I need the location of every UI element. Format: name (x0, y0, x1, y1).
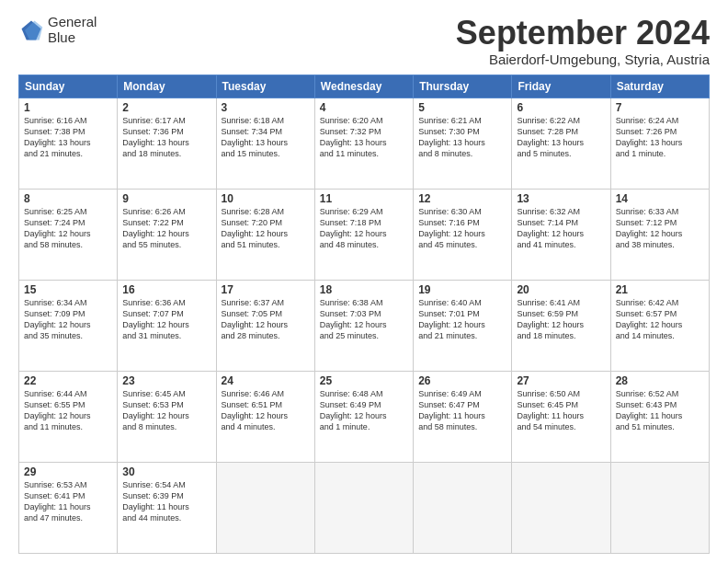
day-number: 8 (24, 192, 112, 205)
day-cell: 8Sunrise: 6:25 AMSunset: 7:24 PMDaylight… (19, 189, 118, 280)
day-cell: 3Sunrise: 6:18 AMSunset: 7:34 PMDaylight… (216, 98, 314, 189)
day-info: Sunrise: 6:53 AMSunset: 6:41 PMDaylight:… (24, 479, 112, 524)
day-number: 21 (616, 283, 704, 296)
day-number: 20 (517, 283, 605, 296)
day-info: Sunrise: 6:33 AMSunset: 7:12 PMDaylight:… (616, 206, 704, 251)
day-cell: 13Sunrise: 6:32 AMSunset: 7:14 PMDayligh… (512, 189, 610, 280)
week-row-3: 15Sunrise: 6:34 AMSunset: 7:09 PMDayligh… (19, 280, 710, 371)
weekday-monday: Monday (118, 75, 216, 98)
day-cell: 15Sunrise: 6:34 AMSunset: 7:09 PMDayligh… (19, 280, 118, 371)
day-info: Sunrise: 6:20 AMSunset: 7:32 PMDaylight:… (320, 115, 408, 160)
day-info: Sunrise: 6:45 AMSunset: 6:53 PMDaylight:… (122, 388, 210, 433)
weekday-tuesday: Tuesday (216, 75, 314, 98)
day-cell: 4Sunrise: 6:20 AMSunset: 7:32 PMDaylight… (314, 98, 413, 189)
day-info: Sunrise: 6:30 AMSunset: 7:16 PMDaylight:… (418, 206, 506, 251)
day-cell: 28Sunrise: 6:52 AMSunset: 6:43 PMDayligh… (610, 371, 709, 462)
day-cell: 2Sunrise: 6:17 AMSunset: 7:36 PMDaylight… (118, 98, 216, 189)
weekday-friday: Friday (512, 75, 610, 98)
logo-line1: General (48, 15, 97, 30)
day-info: Sunrise: 6:38 AMSunset: 7:03 PMDaylight:… (320, 297, 408, 342)
day-info: Sunrise: 6:29 AMSunset: 7:18 PMDaylight:… (320, 206, 408, 251)
week-row-4: 22Sunrise: 6:44 AMSunset: 6:55 PMDayligh… (19, 371, 710, 462)
header: General Blue September 2024 Baierdorf-Um… (18, 15, 710, 67)
day-cell (414, 462, 512, 553)
month-title: September 2024 (456, 15, 710, 52)
logo-line2: Blue (48, 30, 97, 46)
day-number: 16 (122, 283, 210, 296)
calendar-table: SundayMondayTuesdayWednesdayThursdayFrid… (18, 75, 710, 554)
day-info: Sunrise: 6:40 AMSunset: 7:01 PMDaylight:… (418, 297, 506, 342)
day-cell: 24Sunrise: 6:46 AMSunset: 6:51 PMDayligh… (216, 371, 314, 462)
day-number: 10 (222, 192, 310, 205)
logo-icon (18, 17, 44, 43)
day-cell: 1Sunrise: 6:16 AMSunset: 7:38 PMDaylight… (19, 98, 118, 189)
day-info: Sunrise: 6:32 AMSunset: 7:14 PMDaylight:… (517, 206, 605, 251)
day-number: 22 (24, 374, 112, 387)
day-cell: 10Sunrise: 6:28 AMSunset: 7:20 PMDayligh… (216, 189, 314, 280)
day-cell: 30Sunrise: 6:54 AMSunset: 6:39 PMDayligh… (118, 462, 216, 553)
day-number: 3 (222, 101, 310, 114)
day-info: Sunrise: 6:44 AMSunset: 6:55 PMDaylight:… (24, 388, 112, 433)
day-cell: 14Sunrise: 6:33 AMSunset: 7:12 PMDayligh… (610, 189, 709, 280)
day-number: 13 (517, 192, 605, 205)
day-cell: 5Sunrise: 6:21 AMSunset: 7:30 PMDaylight… (414, 98, 512, 189)
day-cell: 18Sunrise: 6:38 AMSunset: 7:03 PMDayligh… (314, 280, 413, 371)
day-cell: 11Sunrise: 6:29 AMSunset: 7:18 PMDayligh… (314, 189, 413, 280)
weekday-saturday: Saturday (610, 75, 709, 98)
week-row-2: 8Sunrise: 6:25 AMSunset: 7:24 PMDaylight… (19, 189, 710, 280)
title-block: September 2024 Baierdorf-Umgebung, Styri… (456, 15, 710, 67)
day-number: 14 (616, 192, 704, 205)
day-cell (610, 462, 709, 553)
day-info: Sunrise: 6:22 AMSunset: 7:28 PMDaylight:… (517, 115, 605, 160)
day-info: Sunrise: 6:25 AMSunset: 7:24 PMDaylight:… (24, 206, 112, 251)
day-info: Sunrise: 6:17 AMSunset: 7:36 PMDaylight:… (122, 115, 210, 160)
day-cell (314, 462, 413, 553)
day-number: 11 (320, 192, 408, 205)
day-info: Sunrise: 6:46 AMSunset: 6:51 PMDaylight:… (222, 388, 310, 433)
day-cell: 20Sunrise: 6:41 AMSunset: 6:59 PMDayligh… (512, 280, 610, 371)
day-number: 5 (418, 101, 506, 114)
day-info: Sunrise: 6:18 AMSunset: 7:34 PMDaylight:… (222, 115, 310, 160)
day-cell (512, 462, 610, 553)
day-number: 6 (517, 101, 605, 114)
day-info: Sunrise: 6:54 AMSunset: 6:39 PMDaylight:… (122, 479, 210, 524)
day-number: 1 (24, 101, 112, 114)
day-number: 26 (418, 374, 506, 387)
day-number: 29 (24, 465, 112, 478)
day-number: 12 (418, 192, 506, 205)
day-cell: 26Sunrise: 6:49 AMSunset: 6:47 PMDayligh… (414, 371, 512, 462)
day-number: 24 (222, 374, 310, 387)
day-cell: 25Sunrise: 6:48 AMSunset: 6:49 PMDayligh… (314, 371, 413, 462)
weekday-sunday: Sunday (19, 75, 118, 98)
day-number: 17 (222, 283, 310, 296)
day-number: 4 (320, 101, 408, 114)
week-row-5: 29Sunrise: 6:53 AMSunset: 6:41 PMDayligh… (19, 462, 710, 553)
day-cell: 6Sunrise: 6:22 AMSunset: 7:28 PMDaylight… (512, 98, 610, 189)
day-cell: 27Sunrise: 6:50 AMSunset: 6:45 PMDayligh… (512, 371, 610, 462)
day-info: Sunrise: 6:28 AMSunset: 7:20 PMDaylight:… (222, 206, 310, 251)
day-info: Sunrise: 6:21 AMSunset: 7:30 PMDaylight:… (418, 115, 506, 160)
day-number: 9 (122, 192, 210, 205)
day-cell: 29Sunrise: 6:53 AMSunset: 6:41 PMDayligh… (19, 462, 118, 553)
logo-text: General Blue (48, 15, 97, 45)
weekday-thursday: Thursday (414, 75, 512, 98)
day-info: Sunrise: 6:50 AMSunset: 6:45 PMDaylight:… (517, 388, 605, 433)
day-number: 27 (517, 374, 605, 387)
day-number: 23 (122, 374, 210, 387)
day-info: Sunrise: 6:26 AMSunset: 7:22 PMDaylight:… (122, 206, 210, 251)
day-cell: 23Sunrise: 6:45 AMSunset: 6:53 PMDayligh… (118, 371, 216, 462)
day-info: Sunrise: 6:36 AMSunset: 7:07 PMDaylight:… (122, 297, 210, 342)
day-number: 25 (320, 374, 408, 387)
day-number: 7 (616, 101, 704, 114)
weekday-wednesday: Wednesday (314, 75, 413, 98)
day-info: Sunrise: 6:41 AMSunset: 6:59 PMDaylight:… (517, 297, 605, 342)
week-row-1: 1Sunrise: 6:16 AMSunset: 7:38 PMDaylight… (19, 98, 710, 189)
page: General Blue September 2024 Baierdorf-Um… (0, 0, 728, 563)
day-info: Sunrise: 6:34 AMSunset: 7:09 PMDaylight:… (24, 297, 112, 342)
day-cell: 21Sunrise: 6:42 AMSunset: 6:57 PMDayligh… (610, 280, 709, 371)
day-cell (216, 462, 314, 553)
day-cell: 12Sunrise: 6:30 AMSunset: 7:16 PMDayligh… (414, 189, 512, 280)
day-number: 2 (122, 101, 210, 114)
day-cell: 9Sunrise: 6:26 AMSunset: 7:22 PMDaylight… (118, 189, 216, 280)
day-cell: 7Sunrise: 6:24 AMSunset: 7:26 PMDaylight… (610, 98, 709, 189)
